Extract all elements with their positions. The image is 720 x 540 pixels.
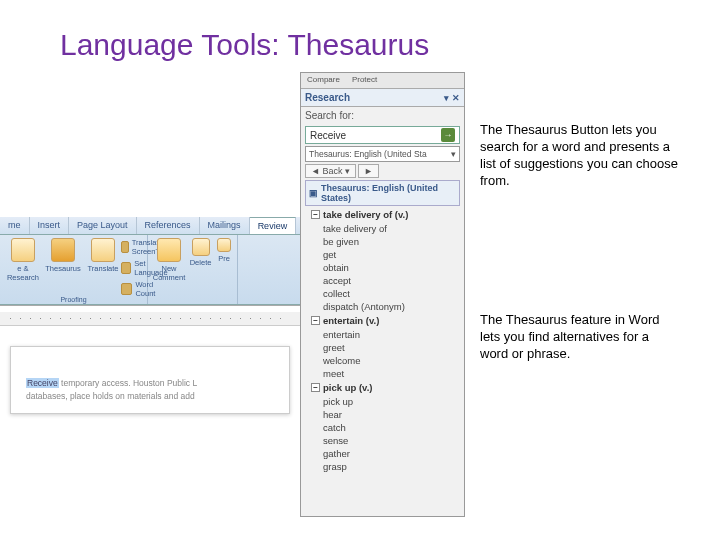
- highlighted-word: Receive: [26, 378, 59, 388]
- research-pane-title: Research ▾ ✕: [301, 89, 464, 107]
- slide-paragraph-1: The Thesaurus Button lets you search for…: [480, 122, 680, 190]
- slide-title: Language Tools: Thesaurus: [60, 28, 720, 62]
- doc-line: databases, place holds on materials and …: [26, 390, 274, 403]
- tab-review[interactable]: Review: [250, 217, 297, 234]
- ruler: [0, 312, 300, 326]
- comment-icon: [157, 238, 181, 262]
- ribbon-section-compare: Compare: [301, 73, 346, 88]
- thesaurus-item[interactable]: accept: [321, 274, 460, 287]
- tab-insert[interactable]: Insert: [30, 217, 70, 234]
- collapse-icon[interactable]: −: [311, 316, 320, 325]
- chevron-down-icon: ▾: [451, 149, 456, 159]
- collapse-icon[interactable]: −: [311, 383, 320, 392]
- forward-button[interactable]: ►: [358, 164, 379, 178]
- doc-line: Receive temporary access. Houston Public…: [26, 377, 274, 390]
- search-for-label: Search for:: [301, 107, 464, 124]
- collapse-icon[interactable]: −: [311, 210, 320, 219]
- prev-icon: [217, 238, 231, 252]
- document-page[interactable]: Receive temporary access. Houston Public…: [10, 346, 290, 414]
- research-icon: [11, 238, 35, 262]
- thesaurus-item[interactable]: dispatch (Antonym): [321, 300, 460, 313]
- ribbon-section-protect: Protect: [346, 73, 383, 88]
- thesaurus-item[interactable]: greet: [321, 341, 460, 354]
- thesaurus-item[interactable]: obtain: [321, 261, 460, 274]
- translate-icon: [91, 238, 115, 262]
- research-pane: Compare Protect Research ▾ ✕ Search for:…: [300, 72, 465, 517]
- thesaurus-item[interactable]: be given: [321, 235, 460, 248]
- thesaurus-item[interactable]: welcome: [321, 354, 460, 367]
- tab-page-layout[interactable]: Page Layout: [69, 217, 137, 234]
- thesaurus-item[interactable]: gather: [321, 447, 460, 460]
- thesaurus-headword[interactable]: −take delivery of (v.): [309, 208, 460, 221]
- thesaurus-headword[interactable]: −entertain (v.): [309, 314, 460, 327]
- thesaurus-item[interactable]: entertain: [321, 328, 460, 341]
- word-count-icon: [121, 283, 132, 295]
- thesaurus-icon: [51, 238, 75, 262]
- thesaurus-item[interactable]: pick up: [321, 395, 460, 408]
- thesaurus-item[interactable]: sense: [321, 434, 460, 447]
- research-button[interactable]: e & Research: [4, 238, 42, 282]
- thesaurus-group-header[interactable]: ▣Thesaurus: English (United States): [305, 180, 460, 206]
- translation-tip-icon: [121, 241, 129, 253]
- thesaurus-item[interactable]: collect: [321, 287, 460, 300]
- slide-paragraph-2: The Thesaurus feature in Word lets you f…: [480, 312, 680, 363]
- back-button[interactable]: ◄ Back ▾: [305, 164, 356, 178]
- tab-mailings[interactable]: Mailings: [200, 217, 250, 234]
- prev-comment-button[interactable]: Pre: [215, 238, 233, 282]
- search-input[interactable]: Receive →: [305, 126, 460, 144]
- set-language-icon: [121, 262, 131, 274]
- tab-home[interactable]: me: [0, 217, 30, 234]
- thesaurus-item[interactable]: grasp: [321, 460, 460, 473]
- thesaurus-item[interactable]: meet: [321, 367, 460, 380]
- thesaurus-headword[interactable]: −pick up (v.): [309, 381, 460, 394]
- ribbon-group-label: Proofing: [0, 296, 147, 303]
- new-comment-button[interactable]: New Comment: [152, 238, 186, 282]
- word-ribbon-screenshot: me Insert Page Layout References Mailing…: [0, 217, 300, 457]
- search-go-button[interactable]: →: [441, 128, 455, 142]
- dropdown-icon[interactable]: ▾ ✕: [444, 93, 460, 103]
- source-select[interactable]: Thesaurus: English (United Sta▾: [305, 146, 460, 162]
- thesaurus-item[interactable]: take delivery of: [321, 222, 460, 235]
- delete-comment-button[interactable]: Delete: [188, 238, 213, 282]
- thesaurus-item[interactable]: catch: [321, 421, 460, 434]
- delete-icon: [192, 238, 210, 256]
- thesaurus-button[interactable]: Thesaurus: [44, 238, 82, 282]
- tab-references[interactable]: References: [137, 217, 200, 234]
- thesaurus-item[interactable]: get: [321, 248, 460, 261]
- translate-button[interactable]: Translate: [84, 238, 122, 282]
- thesaurus-item[interactable]: hear: [321, 408, 460, 421]
